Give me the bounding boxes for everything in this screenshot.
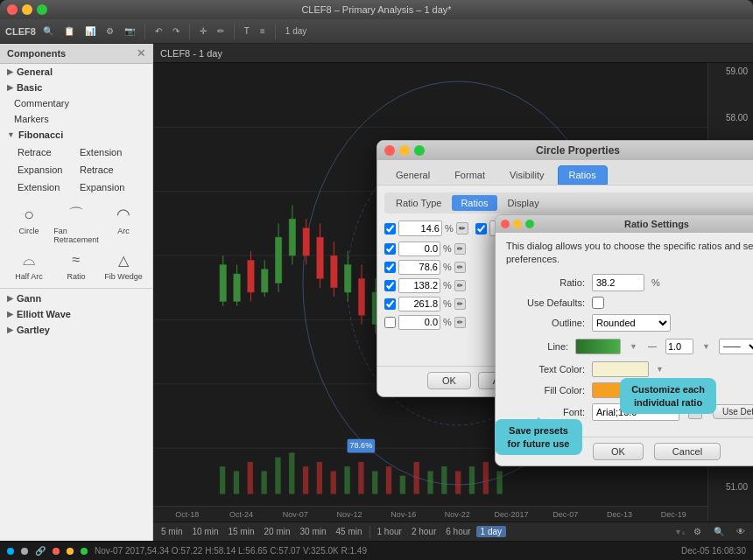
rs-close-button[interactable] (501, 220, 510, 228)
dialog-minimize-button[interactable] (399, 145, 410, 156)
tf-10min[interactable]: 10 min (187, 526, 222, 537)
sidebar-icon-arc[interactable]: ◠ Arc (104, 202, 144, 244)
circle-icon: ○ (17, 202, 41, 227)
sidebar-item-basic[interactable]: ▶ Basic (0, 80, 152, 95)
rs-outline-select[interactable]: Rounded Square (592, 314, 671, 332)
rs-use-defaults-check[interactable] (592, 297, 604, 309)
cursor-icon[interactable]: ✛ (196, 25, 210, 37)
edit-0-0[interactable]: ✏ (454, 243, 466, 255)
timeframe-label[interactable]: 1 day (282, 25, 310, 37)
input-14-6[interactable] (398, 220, 442, 236)
sidebar-item-retrace2[interactable]: Retrace (76, 162, 145, 178)
undo-icon[interactable]: ↶ (151, 25, 165, 37)
edit-0-c[interactable]: ✏ (454, 317, 466, 328)
rs-ratio-input[interactable] (592, 274, 644, 291)
sidebar-item-expansion2[interactable]: Expansion (76, 179, 145, 195)
sidebar-item-commentary[interactable]: Commentary (0, 95, 152, 111)
ratio-tab-type[interactable]: Ratio Type (387, 195, 450, 211)
sidebar-item-fibonacci[interactable]: ▼ Fibonacci (0, 127, 152, 143)
ratio-tab-ratios[interactable]: Ratios (452, 195, 496, 211)
sidebar-icon-fibwedge[interactable]: △ Fib Wedge (104, 248, 144, 281)
tab-general[interactable]: General (384, 165, 441, 185)
tf-1hour[interactable]: 1 hour (373, 526, 406, 537)
tf-2hour[interactable]: 2 hour (407, 526, 440, 537)
check-14-6[interactable] (384, 223, 396, 234)
sidebar-close-button[interactable]: ✕ (137, 47, 145, 60)
check-0-c[interactable] (384, 317, 396, 328)
rs-line-weight[interactable] (665, 339, 693, 354)
rs-text-color[interactable] (592, 361, 649, 377)
input-0-0[interactable] (398, 242, 440, 256)
svg-rect-59 (331, 471, 336, 494)
toolbar: CLEF8 🔍 📋 📊 ⚙ 📷 ↶ ↷ ✛ ✏ T ≡ 1 day (0, 19, 753, 44)
sidebar-icon-halfarc[interactable]: ⌓ Half Arc (10, 248, 49, 281)
toolbar-icon-3[interactable]: ⚙ (102, 25, 117, 37)
edit-14-6[interactable]: ✏ (456, 222, 468, 234)
input-138-2[interactable] (398, 278, 440, 293)
toolbar-icon-4[interactable]: 📷 (121, 25, 138, 37)
dialog-close-button[interactable] (384, 145, 395, 156)
chart-zoom-icon[interactable]: 🔍 (709, 526, 728, 537)
tf-1day[interactable]: 1 day (476, 526, 506, 537)
input-261-8[interactable] (398, 297, 440, 312)
check-23-6[interactable] (475, 223, 487, 234)
sidebar-item-elliottwave[interactable]: ▶ Elliott Wave (0, 306, 152, 322)
toolbar-icon-1[interactable]: 📋 (60, 25, 78, 37)
minimize-button[interactable] (22, 4, 32, 15)
rs-minimize-button[interactable] (513, 220, 522, 228)
sidebar-item-gartley[interactable]: ▶ Gartley (0, 322, 152, 338)
ratio-tab-display[interactable]: Display (499, 195, 548, 211)
svg-rect-70 (483, 462, 489, 494)
redo-icon[interactable]: ↷ (169, 25, 183, 37)
edit-138-2[interactable]: ✏ (454, 280, 466, 291)
sidebar-icon-fan[interactable]: ⌒ Fan Retracement (57, 202, 96, 244)
edit-261-8[interactable]: ✏ (454, 298, 466, 310)
tf-45min[interactable]: 45 min (332, 526, 367, 537)
tab-visibility[interactable]: Visibility (498, 165, 556, 185)
svg-rect-65 (414, 462, 419, 494)
align-icon[interactable]: ≡ (257, 25, 269, 37)
toolbar-icon-2[interactable]: 📊 (81, 25, 99, 37)
edit-78-6[interactable]: ✏ (454, 262, 466, 273)
rs-zoom-button[interactable] (525, 220, 534, 228)
input-0-c[interactable] (398, 315, 440, 330)
check-78-6[interactable] (384, 262, 396, 273)
rs-line-color[interactable] (575, 339, 621, 354)
tf-30min[interactable]: 30 min (296, 526, 331, 537)
sidebar-item-extension[interactable]: Extension (7, 179, 76, 195)
check-0-0[interactable] (384, 243, 396, 255)
maximize-button[interactable] (37, 4, 47, 15)
sidebar-item-markers[interactable]: Markers (0, 111, 152, 127)
tf-15min[interactable]: 15 min (223, 526, 258, 537)
ok-button[interactable]: OK (427, 372, 471, 389)
price-59: 59.00 (710, 66, 751, 76)
tf-5min[interactable]: 5 min (157, 526, 186, 537)
input-78-6[interactable] (398, 260, 440, 275)
draw-icon[interactable]: ✏ (214, 25, 228, 37)
sidebar-item-gann[interactable]: ▶ Gann (0, 290, 152, 306)
sidebar-icon-ratio[interactable]: ≈ Ratio (57, 248, 96, 281)
close-button[interactable] (7, 4, 18, 15)
traffic-lights (7, 4, 47, 15)
dialog-zoom-button[interactable] (414, 145, 425, 156)
rs-cancel-button[interactable]: Cancel (654, 443, 721, 460)
chart-settings-icon[interactable]: ⚙ (689, 526, 706, 537)
text-icon[interactable]: T (241, 25, 253, 37)
tab-format[interactable]: Format (443, 165, 496, 185)
sidebar-item-extension2[interactable]: Extension (76, 144, 145, 160)
sidebar-item-expansion[interactable]: Expansion (7, 162, 76, 178)
sidebar-item-retrace[interactable]: Retrace (7, 144, 76, 160)
tf-20min[interactable]: 20 min (259, 526, 294, 537)
sidebar-icon-circle[interactable]: ○ Circle (10, 202, 49, 244)
tab-ratios[interactable]: Ratios (558, 165, 608, 185)
check-138-2[interactable] (384, 280, 396, 291)
rs-ok-button[interactable]: OK (593, 443, 644, 460)
check-261-8[interactable] (384, 298, 396, 310)
rs-line-style[interactable]: —— - - - (719, 339, 753, 354)
search-icon[interactable]: 🔍 (39, 25, 57, 37)
tf-6hour[interactable]: 6 hour (441, 526, 475, 537)
sidebar: Components ✕ ▶ General ▶ Basic Commentar… (0, 44, 153, 541)
rs-use-default-btn[interactable]: Use Default (713, 404, 753, 419)
chart-eye-icon[interactable]: 👁 (732, 526, 749, 537)
sidebar-item-general[interactable]: ▶ General (0, 64, 152, 80)
